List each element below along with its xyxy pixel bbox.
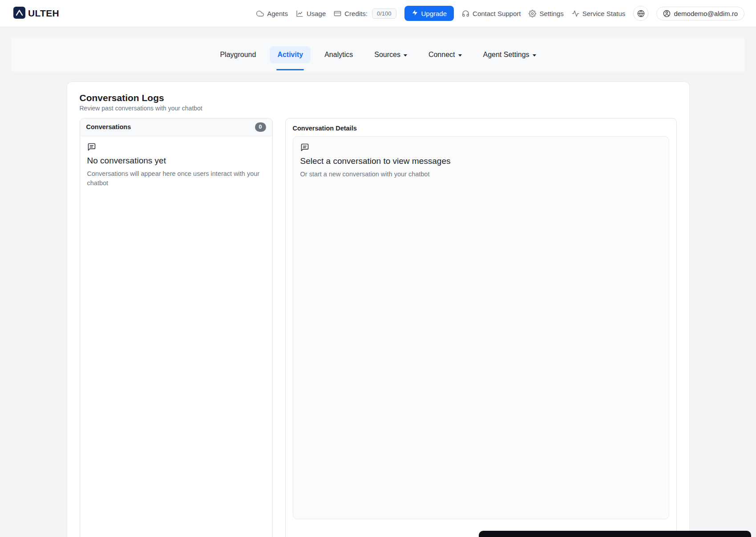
- credit-card-icon: [334, 10, 341, 17]
- tab-label: Sources: [374, 51, 400, 59]
- header-nav: Agents Usage Credits: 0/100 Upgrade: [256, 6, 744, 21]
- conversations-count-badge: 0: [255, 122, 266, 132]
- gear-icon: [529, 10, 536, 17]
- details-empty-title: Select a conversation to view messages: [300, 156, 662, 166]
- conversation-details-title: Conversation Details: [293, 125, 669, 132]
- nav-agents-label: Agents: [267, 10, 288, 17]
- nav-credits-label: Credits:: [344, 10, 368, 17]
- tab-label: Activity: [277, 51, 303, 59]
- user-icon: [663, 10, 671, 17]
- app-header: ULTEH Agents Usage Credits: 0/100: [0, 0, 756, 27]
- nav-contact-support[interactable]: Contact Support: [462, 10, 521, 17]
- language-button[interactable]: [633, 6, 648, 21]
- nav-contact-support-label: Contact Support: [473, 10, 521, 17]
- tab-bar: Playground Activity Analytics Sources Co…: [12, 38, 744, 72]
- headset-icon: [462, 10, 469, 17]
- conversations-panel: Conversations 0 No conversations yet Con…: [80, 118, 273, 537]
- tab-playground[interactable]: Playground: [212, 46, 263, 63]
- tab-label: Playground: [220, 51, 256, 59]
- tab-activity[interactable]: Activity: [270, 46, 311, 63]
- cloud-icon: [256, 10, 264, 17]
- nav-settings[interactable]: Settings: [529, 10, 563, 17]
- nav-usage[interactable]: Usage: [296, 10, 326, 17]
- lightning-icon: [412, 9, 418, 17]
- conversations-empty-description: Conversations will appear here once user…: [87, 169, 265, 188]
- conversation-logs-card: Conversation Logs Review past conversati…: [67, 81, 690, 537]
- conversations-panel-header: Conversations 0: [80, 118, 272, 136]
- message-icon: [300, 143, 309, 152]
- panels: Conversations 0 No conversations yet Con…: [80, 118, 677, 537]
- conversations-title: Conversations: [86, 123, 131, 130]
- nav-usage-label: Usage: [307, 10, 326, 17]
- conversations-empty-state: No conversations yet Conversations will …: [80, 136, 272, 194]
- tab-label: Analytics: [324, 51, 353, 59]
- nav-agents[interactable]: Agents: [256, 10, 288, 17]
- details-empty-state: Select a conversation to view messages O…: [293, 136, 669, 519]
- details-empty-description: Or start a new conversation with your ch…: [300, 170, 478, 179]
- nav-service-status-label: Service Status: [582, 10, 626, 17]
- tab-connect[interactable]: Connect: [421, 46, 469, 63]
- user-email: demodemo@aldim.ro: [674, 10, 738, 17]
- tab-sources[interactable]: Sources: [367, 46, 415, 63]
- upgrade-label: Upgrade: [421, 10, 447, 17]
- user-menu[interactable]: demodemo@aldim.ro: [656, 7, 744, 20]
- nav-service-status[interactable]: Service Status: [572, 10, 626, 17]
- conversations-empty-title: No conversations yet: [87, 156, 265, 166]
- tab-agent-settings[interactable]: Agent Settings: [476, 46, 544, 63]
- credits-badge: 0/100: [372, 8, 396, 19]
- message-icon: [87, 142, 96, 151]
- line-chart-icon: [296, 10, 303, 17]
- upgrade-button[interactable]: Upgrade: [404, 6, 454, 21]
- nav-settings-label: Settings: [539, 10, 563, 17]
- chevron-down-icon: [458, 54, 462, 57]
- chevron-down-icon: [404, 54, 407, 57]
- conversation-details-panel: Conversation Details Select a conversati…: [285, 118, 677, 537]
- brand-name: ULTEH: [28, 8, 59, 19]
- activity-icon: [572, 10, 579, 17]
- brand[interactable]: ULTEH: [13, 7, 59, 20]
- brand-logo-icon: [13, 7, 25, 20]
- page-subtitle: Review past conversations with your chat…: [80, 105, 677, 112]
- tab-label: Agent Settings: [483, 51, 530, 59]
- chevron-down-icon: [533, 54, 536, 57]
- page-title: Conversation Logs: [80, 93, 677, 103]
- globe-icon: [637, 10, 645, 17]
- chat-widget-bar[interactable]: [479, 531, 751, 537]
- nav-credits[interactable]: Credits: 0/100: [334, 8, 396, 19]
- tab-analytics[interactable]: Analytics: [317, 46, 360, 63]
- tab-label: Connect: [429, 51, 455, 59]
